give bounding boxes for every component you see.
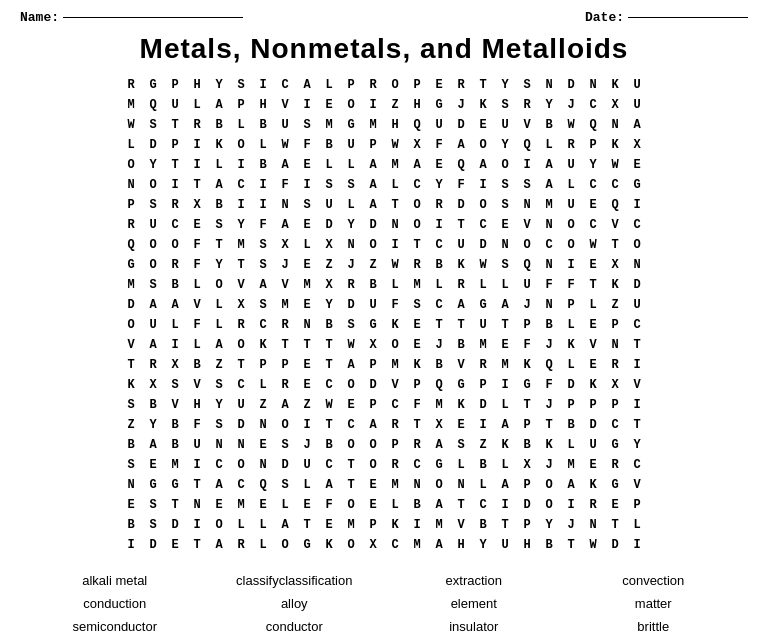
- grid-cell: V: [186, 295, 208, 315]
- grid-cell: C: [428, 235, 450, 255]
- grid-cell: T: [516, 395, 538, 415]
- grid-cell: C: [538, 235, 560, 255]
- grid-cell: L: [494, 455, 516, 475]
- grid-cell: P: [604, 315, 626, 335]
- grid-cell: N: [516, 195, 538, 215]
- grid-cell: N: [538, 75, 560, 95]
- grid-cell: T: [230, 255, 252, 275]
- grid-cell: M: [538, 195, 560, 215]
- grid-cell: R: [384, 415, 406, 435]
- grid-cell: O: [494, 155, 516, 175]
- grid-cell: C: [604, 175, 626, 195]
- grid-cell: C: [582, 175, 604, 195]
- grid-cell: C: [406, 455, 428, 475]
- grid-cell: A: [560, 475, 582, 495]
- grid-cell: Y: [142, 415, 164, 435]
- grid-cell: A: [362, 175, 384, 195]
- grid-cell: R: [560, 135, 582, 155]
- grid-cell: O: [208, 275, 230, 295]
- grid-cell: Q: [142, 95, 164, 115]
- grid-cell: J: [560, 95, 582, 115]
- grid-cell: P: [230, 95, 252, 115]
- page-title: Metals, Nonmetals, and Metalloids: [20, 33, 748, 65]
- grid-cell: M: [384, 155, 406, 175]
- word-item: conductor: [210, 617, 380, 634]
- grid-cell: M: [120, 275, 142, 295]
- grid-cell: L: [296, 235, 318, 255]
- grid-cell: C: [274, 75, 296, 95]
- grid-cell: N: [208, 435, 230, 455]
- grid-cell: O: [340, 535, 362, 555]
- grid-cell: G: [362, 315, 384, 335]
- grid-cell: Y: [494, 75, 516, 95]
- grid-cell: K: [494, 435, 516, 455]
- grid-cell: E: [626, 155, 648, 175]
- grid-cell: U: [450, 235, 472, 255]
- grid-cell: L: [208, 295, 230, 315]
- grid-cell: I: [296, 415, 318, 435]
- grid-cell: S: [142, 515, 164, 535]
- word-item: conduction: [30, 594, 200, 613]
- grid-cell: X: [428, 415, 450, 435]
- grid-cell: S: [516, 175, 538, 195]
- grid-cell: I: [516, 155, 538, 175]
- grid-cell: K: [384, 315, 406, 335]
- grid-cell: E: [406, 315, 428, 335]
- grid-cell: O: [208, 515, 230, 535]
- grid-cell: K: [472, 95, 494, 115]
- grid-cell: I: [626, 535, 648, 555]
- grid-cell: H: [186, 395, 208, 415]
- grid-cell: L: [252, 535, 274, 555]
- grid-cell: P: [164, 135, 186, 155]
- grid-cell: L: [560, 355, 582, 375]
- grid-cell: U: [340, 135, 362, 155]
- grid-cell: D: [604, 535, 626, 555]
- grid-cell: V: [186, 375, 208, 395]
- grid-cell: D: [626, 275, 648, 295]
- grid-cell: K: [604, 275, 626, 295]
- grid-cell: K: [538, 435, 560, 455]
- grid-cell: I: [186, 155, 208, 175]
- grid-cell: G: [604, 435, 626, 455]
- grid-cell: S: [296, 195, 318, 215]
- grid-cell: G: [428, 455, 450, 475]
- grid-cell: P: [516, 415, 538, 435]
- grid-cell: B: [208, 195, 230, 215]
- grid-cell: E: [582, 255, 604, 275]
- grid-cell: C: [230, 475, 252, 495]
- grid-cell: T: [450, 215, 472, 235]
- grid-cell: A: [340, 355, 362, 375]
- grid-cell: D: [120, 295, 142, 315]
- grid-cell: C: [626, 315, 648, 335]
- grid-cell: T: [274, 335, 296, 355]
- header: Name: Date:: [20, 10, 748, 25]
- grid-cell: P: [516, 515, 538, 535]
- grid-cell: M: [340, 515, 362, 535]
- grid-cell: Q: [406, 115, 428, 135]
- grid-cell: A: [494, 475, 516, 495]
- grid-cell: I: [230, 195, 252, 215]
- grid-cell: S: [142, 275, 164, 295]
- grid-cell: O: [472, 135, 494, 155]
- grid-cell: R: [274, 315, 296, 335]
- grid-cell: L: [340, 155, 362, 175]
- grid-cell: B: [538, 535, 560, 555]
- grid-cell: O: [626, 235, 648, 255]
- grid-cell: N: [230, 435, 252, 455]
- grid-cell: I: [252, 195, 274, 215]
- grid-cell: A: [494, 295, 516, 315]
- word-item: extraction: [389, 571, 559, 590]
- grid-cell: Y: [626, 435, 648, 455]
- grid-cell: O: [362, 435, 384, 455]
- grid-cell: T: [428, 315, 450, 335]
- grid-cell: P: [362, 515, 384, 535]
- grid-cell: S: [450, 435, 472, 455]
- grid-cell: T: [120, 355, 142, 375]
- grid-cell: N: [538, 215, 560, 235]
- grid-cell: B: [142, 395, 164, 415]
- grid-cell: J: [296, 435, 318, 455]
- grid-cell: A: [274, 395, 296, 415]
- grid-cell: X: [142, 375, 164, 395]
- grid-cell: V: [120, 335, 142, 355]
- grid-cell: J: [274, 255, 296, 275]
